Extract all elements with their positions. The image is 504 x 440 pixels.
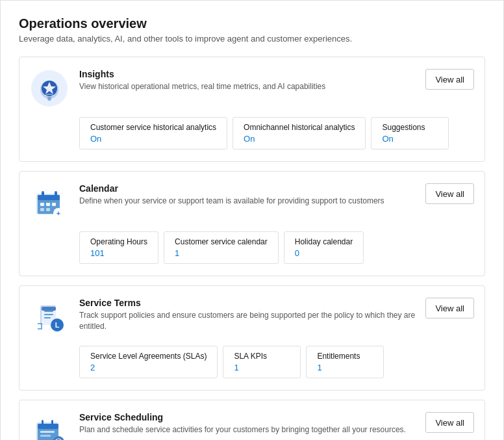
- section-service-terms: L Service TermsTrack support policies an…: [19, 285, 485, 391]
- section-header-calendar: + CalendarDefine when your service or su…: [30, 183, 474, 222]
- section-calendar: + CalendarDefine when your service or su…: [19, 171, 485, 276]
- item-value[interactable]: On: [90, 134, 216, 144]
- section-info-service-scheduling: Service SchedulingPlan and schedule serv…: [79, 412, 425, 435]
- svg-rect-19: [44, 311, 53, 312]
- insights-icon: [30, 69, 69, 108]
- svg-rect-14: [46, 208, 50, 211]
- item-label: SLA KPIs: [234, 352, 290, 361]
- page-title: Operations overview: [19, 16, 485, 31]
- svg-text:L: L: [55, 321, 60, 329]
- svg-rect-21: [44, 317, 51, 318]
- section-title-service-scheduling: Service Scheduling: [79, 412, 425, 422]
- section-left-insights: InsightsView historical operational metr…: [30, 69, 425, 108]
- item-value[interactable]: 101: [90, 248, 147, 258]
- section-title-insights: Insights: [79, 69, 425, 79]
- item-value[interactable]: On: [382, 134, 438, 144]
- section-header-service-scheduling: Service SchedulingPlan and schedule serv…: [30, 412, 474, 440]
- section-title-calendar: Calendar: [79, 183, 425, 194]
- item-card: Customer service historical analyticsOn: [79, 117, 227, 149]
- section-left-calendar: + CalendarDefine when your service or su…: [30, 183, 425, 222]
- section-service-scheduling: Service SchedulingPlan and schedule serv…: [19, 400, 485, 440]
- section-info-insights: InsightsView historical operational metr…: [79, 69, 425, 92]
- item-label: Entitlements: [317, 352, 373, 361]
- item-value[interactable]: 1: [317, 363, 373, 372]
- svg-rect-11: [46, 203, 50, 206]
- item-card: Service Level Agreements (SLAs)2: [79, 346, 218, 378]
- svg-rect-27: [38, 424, 58, 429]
- svg-rect-12: [52, 203, 56, 206]
- item-card: SLA KPIs1: [223, 346, 301, 378]
- item-card: Entitlements1: [306, 346, 384, 378]
- section-desc-service-terms: Track support policies and ensure custom…: [79, 310, 417, 332]
- item-label: Operating Hours: [90, 237, 147, 246]
- service-scheduling-icon: [30, 412, 69, 440]
- item-value[interactable]: 2: [90, 363, 207, 372]
- page-container: Operations overview Leverage data, analy…: [1, 1, 503, 440]
- section-desc-service-scheduling: Plan and schedule service activities for…: [79, 424, 417, 435]
- item-card: Customer service calendar1: [164, 231, 279, 264]
- svg-rect-28: [42, 420, 44, 425]
- section-left-service-terms: L Service TermsTrack support policies an…: [30, 298, 425, 337]
- section-items-service-terms: Service Level Agreements (SLAs)2SLA KPIs…: [79, 346, 474, 378]
- svg-rect-22: [42, 307, 56, 311]
- section-header-service-terms: L Service TermsTrack support policies an…: [30, 298, 474, 337]
- sections-container: InsightsView historical operational metr…: [19, 57, 485, 440]
- svg-rect-8: [42, 191, 44, 198]
- svg-rect-20: [44, 314, 53, 315]
- item-card: Omnichannel historical analyticsOn: [233, 117, 366, 149]
- section-items-insights: Customer service historical analyticsOnO…: [79, 117, 474, 149]
- svg-rect-31: [40, 435, 51, 437]
- view-all-button-calendar[interactable]: View all: [425, 183, 474, 204]
- item-value[interactable]: 1: [234, 363, 290, 372]
- item-value[interactable]: 0: [295, 248, 353, 258]
- page-subtitle: Leverage data, analytics, AI, and other …: [19, 34, 485, 44]
- item-card: Holiday calendar0: [284, 231, 364, 264]
- item-card: Operating Hours101: [79, 231, 158, 264]
- section-header-insights: InsightsView historical operational metr…: [30, 69, 474, 108]
- service-terms-icon: L: [30, 298, 69, 337]
- item-card: SuggestionsOn: [371, 117, 449, 149]
- svg-rect-29: [51, 420, 53, 425]
- svg-point-4: [47, 97, 51, 101]
- item-label: Service Level Agreements (SLAs): [90, 352, 207, 361]
- calendar-icon: +: [30, 183, 69, 222]
- section-items-calendar: Operating Hours101Customer service calen…: [79, 231, 474, 264]
- view-all-button-service-scheduling[interactable]: View all: [425, 412, 474, 433]
- section-left-service-scheduling: Service SchedulingPlan and schedule serv…: [30, 412, 425, 440]
- item-label: Holiday calendar: [295, 237, 353, 246]
- item-label: Suggestions: [382, 123, 438, 132]
- item-label: Omnichannel historical analytics: [244, 123, 355, 132]
- section-desc-calendar: Define when your service or support team…: [79, 196, 417, 207]
- section-info-service-terms: Service TermsTrack support policies and …: [79, 298, 425, 332]
- section-info-calendar: CalendarDefine when your service or supp…: [79, 183, 425, 207]
- svg-rect-13: [40, 208, 44, 211]
- section-title-service-terms: Service Terms: [79, 298, 425, 308]
- svg-rect-9: [55, 191, 57, 198]
- svg-rect-10: [40, 203, 44, 206]
- item-value[interactable]: 1: [175, 248, 268, 258]
- view-all-button-service-terms[interactable]: View all: [425, 298, 474, 318]
- svg-text:+: +: [57, 210, 60, 217]
- section-insights: InsightsView historical operational metr…: [19, 57, 485, 162]
- view-all-button-insights[interactable]: View all: [425, 69, 474, 90]
- svg-rect-30: [40, 431, 55, 433]
- item-label: Customer service calendar: [175, 237, 268, 246]
- item-value[interactable]: On: [244, 134, 355, 144]
- section-desc-insights: View historical operational metrics, rea…: [79, 81, 417, 92]
- item-label: Customer service historical analytics: [90, 123, 216, 132]
